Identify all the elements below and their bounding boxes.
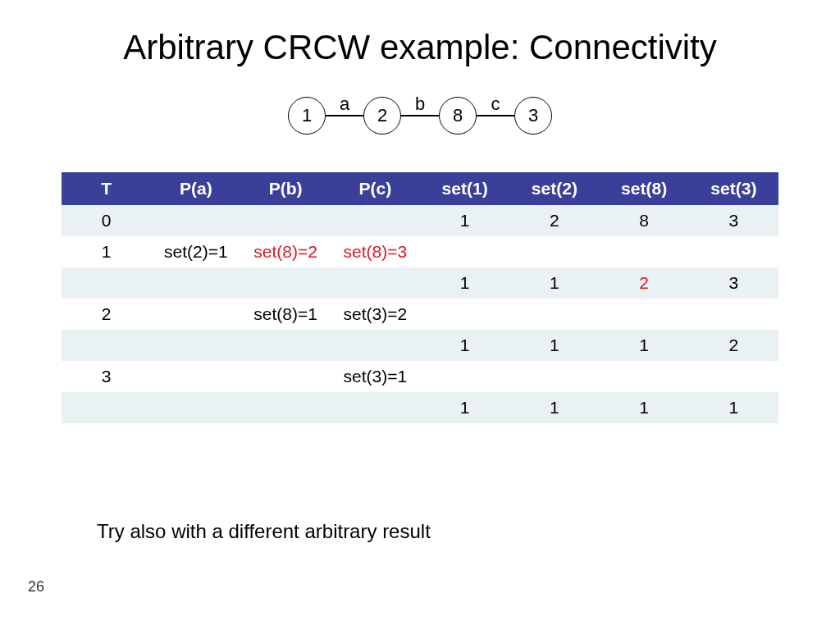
table-row: 01283: [62, 205, 778, 236]
table-cell: [241, 267, 331, 299]
table-cell: [689, 236, 778, 267]
footnote-text: Try also with a different arbitrary resu…: [97, 520, 431, 543]
table-cell: 1: [509, 392, 599, 423]
table-cell: [151, 299, 240, 330]
data-table-container: T P(a) P(b) P(c) set(1) set(2) set(8) se…: [62, 172, 778, 423]
table-cell: [509, 299, 599, 330]
table-cell: [600, 361, 689, 392]
table-cell: 2: [600, 267, 689, 299]
graph-node: 3: [514, 97, 552, 135]
table-cell: [420, 361, 509, 392]
table-header: P(c): [331, 172, 420, 205]
table-row: 3set(3)=1: [62, 361, 778, 392]
table-cell: set(3)=1: [331, 361, 420, 392]
table-cell: [689, 361, 778, 392]
table-cell: [331, 205, 420, 236]
table-cell: set(8)=1: [241, 299, 331, 330]
edge-label: b: [401, 94, 439, 115]
graph-node: 8: [439, 97, 477, 135]
page-number: 26: [28, 578, 44, 596]
table-cell: [62, 392, 151, 423]
table-row: 1123: [62, 267, 778, 299]
graph-edge: c: [477, 115, 514, 116]
table-cell: [689, 299, 778, 330]
slide-title: Arbitrary CRCW example: Connectivity: [0, 28, 840, 67]
table-header: set(3): [689, 172, 778, 205]
table-cell: 1: [420, 392, 509, 423]
table-header-row: T P(a) P(b) P(c) set(1) set(2) set(8) se…: [62, 172, 778, 205]
table-cell: [420, 299, 509, 330]
table-cell: [509, 361, 599, 392]
table-cell: [331, 267, 420, 299]
table-header: P(b): [241, 172, 331, 205]
table-cell: 1: [600, 330, 689, 361]
table-cell: 1: [420, 267, 509, 299]
graph-node: 2: [363, 97, 401, 135]
table-cell: 3: [62, 361, 151, 392]
table-cell: [509, 236, 599, 267]
table-cell: 2: [509, 205, 599, 236]
table-cell: [151, 361, 240, 392]
slide: Arbitrary CRCW example: Connectivity 1 a…: [0, 0, 840, 630]
table-row: 1set(2)=1set(8)=2set(8)=3: [62, 236, 778, 267]
table-cell: 1: [509, 330, 599, 361]
table-header: P(a): [151, 172, 240, 205]
table-cell: [151, 392, 240, 423]
table-cell: 1: [62, 236, 151, 267]
table-cell: 3: [689, 267, 778, 299]
table-cell: set(8)=2: [241, 236, 331, 267]
table-header: T: [62, 172, 151, 205]
edge-label: a: [326, 94, 363, 115]
table-cell: [331, 392, 420, 423]
table-row: 1111: [62, 392, 778, 423]
graph-inner: 1 a 2 b 8 c 3: [288, 97, 552, 135]
table-cell: set(8)=3: [331, 236, 420, 267]
table-cell: set(2)=1: [151, 236, 240, 267]
table-cell: 1: [420, 330, 509, 361]
table-cell: [600, 299, 689, 330]
table-cell: 1: [509, 267, 599, 299]
table-cell: [600, 236, 689, 267]
table-cell: [241, 392, 331, 423]
edge-label: c: [477, 94, 514, 115]
table-cell: [241, 361, 331, 392]
table-cell: [62, 330, 151, 361]
table-cell: 1: [420, 205, 509, 236]
table-header: set(8): [600, 172, 689, 205]
table-cell: [331, 330, 420, 361]
table-cell: [62, 267, 151, 299]
table-cell: 2: [62, 299, 151, 330]
table-cell: 2: [689, 330, 778, 361]
table-header: set(1): [420, 172, 509, 205]
table-cell: [241, 205, 331, 236]
table-cell: [151, 330, 240, 361]
table-row: 1112: [62, 330, 778, 361]
table-cell: 3: [689, 205, 778, 236]
graph-node: 1: [288, 97, 326, 135]
table-row: 2set(8)=1set(3)=2: [62, 299, 778, 330]
table-cell: [151, 205, 240, 236]
table-header: set(2): [509, 172, 599, 205]
graph-edge: b: [401, 115, 439, 116]
table-cell: 1: [600, 392, 689, 423]
table-cell: set(3)=2: [331, 299, 420, 330]
table-cell: 1: [689, 392, 778, 423]
table-body: 012831set(2)=1set(8)=2set(8)=311232set(8…: [62, 205, 778, 423]
table-cell: 8: [600, 205, 689, 236]
graph-diagram: 1 a 2 b 8 c 3: [0, 97, 840, 135]
table-cell: 0: [62, 205, 151, 236]
data-table: T P(a) P(b) P(c) set(1) set(2) set(8) se…: [62, 172, 778, 423]
table-cell: [151, 267, 240, 299]
graph-edge: a: [326, 115, 363, 116]
table-cell: [241, 330, 331, 361]
table-cell: [420, 236, 509, 267]
